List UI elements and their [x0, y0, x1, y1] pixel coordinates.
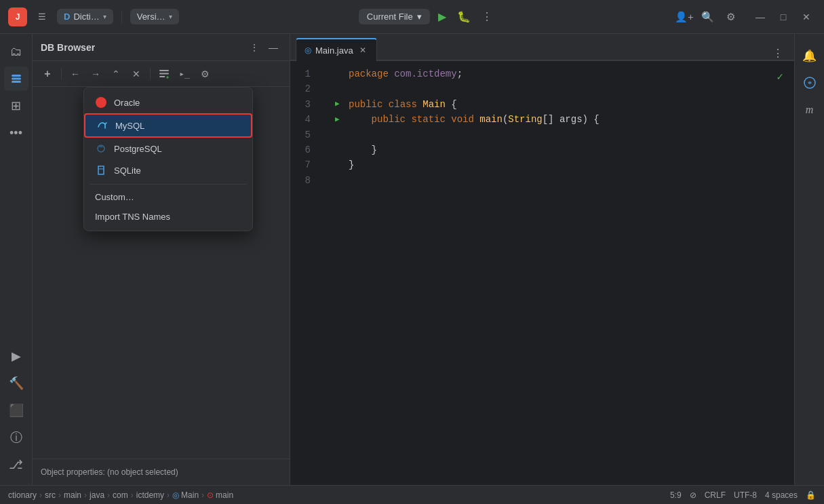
- sidebar-item-problems[interactable]: ⓘ: [4, 425, 28, 450]
- svg-rect-2: [12, 81, 21, 83]
- indent-style[interactable]: 4 spaces: [765, 490, 798, 500]
- breadcrumb-ctionary[interactable]: ctionary: [8, 490, 37, 500]
- breadcrumb-main[interactable]: main: [64, 490, 81, 500]
- titlebar-center: Current File ▾ ▶ 🐛 ⋮: [184, 7, 669, 26]
- svg-rect-8: [168, 76, 168, 79]
- plugin2-dropdown[interactable]: Versi… ▾: [130, 9, 179, 24]
- plugin1-dropdown[interactable]: D Dicti… ▾: [57, 9, 113, 24]
- db-type-dropdown: Oracle MySQL PostgreSQL: [83, 87, 253, 231]
- toolbar-divider2: [150, 68, 151, 80]
- settings-button[interactable]: ⚙: [721, 7, 740, 26]
- run-config-chevron: ▾: [417, 12, 422, 22]
- run-gutter-4[interactable]: ▶: [335, 114, 349, 126]
- sidebar-minimize-button[interactable]: —: [265, 39, 281, 56]
- line-num-2: 2: [290, 81, 316, 96]
- breadcrumb-src[interactable]: src: [45, 490, 56, 500]
- app-logo: J: [8, 7, 27, 26]
- statusbar-right: 5:9 ⊘ CRLF UTF-8 4 spaces 🔒: [670, 490, 816, 500]
- code-line-5: [330, 128, 794, 142]
- left-icon-rail: 🗂 ⊞ ••• ▶ 🔨 ⬛ ⓘ ⎇: [0, 34, 33, 485]
- line-endings[interactable]: CRLF: [705, 490, 726, 500]
- breadcrumb-main-method[interactable]: ⊙ main: [207, 490, 233, 500]
- new-connection-icon-button[interactable]: [155, 64, 174, 83]
- tab-close-button[interactable]: ✕: [357, 45, 368, 56]
- menu-item-import-tns[interactable]: Import TNS Names: [84, 207, 252, 227]
- m-icon[interactable]: m: [799, 99, 821, 121]
- sidebar-item-files[interactable]: 🗂: [4, 39, 28, 64]
- lock-icon[interactable]: 🔒: [806, 490, 816, 500]
- code-line-1: package com.ictdemy; ✓: [330, 66, 794, 81]
- run-config-dropdown[interactable]: Current File ▾: [359, 9, 430, 24]
- encoding[interactable]: UTF-8: [734, 490, 757, 500]
- expand-all-button[interactable]: ✕: [127, 64, 146, 83]
- run-button[interactable]: ▶: [435, 7, 449, 26]
- breadcrumb-main-file[interactable]: ◎ Main: [172, 490, 199, 500]
- notifications-icon[interactable]: 🔔: [799, 45, 821, 66]
- add-user-button[interactable]: 👤+: [675, 7, 694, 26]
- sidebar-item-run[interactable]: ▶: [4, 344, 28, 368]
- vcs-status[interactable]: ⊘: [690, 490, 697, 500]
- plugin1-label: Dicti…: [73, 12, 99, 22]
- sidebar-item-terminal[interactable]: ⬛: [4, 398, 28, 423]
- svg-rect-0: [12, 75, 21, 77]
- sidebar-header: DB Browser ⋮ —: [33, 34, 290, 61]
- menu-divider: [90, 184, 247, 185]
- code-line-3: ▶ public class Main {: [330, 97, 794, 112]
- menu-item-mysql[interactable]: MySQL: [84, 113, 252, 138]
- minimize-button[interactable]: —: [751, 7, 770, 26]
- right-icon-rail: 🔔 m: [794, 34, 824, 485]
- tab-file-icon: ◎: [305, 45, 311, 55]
- sqlite-label: SQLite: [114, 166, 141, 176]
- datasource-properties-button[interactable]: ⚙: [195, 64, 214, 83]
- debug-button[interactable]: 🐛: [454, 7, 473, 26]
- search-button[interactable]: 🔍: [698, 7, 717, 26]
- sqlite-icon: [95, 164, 107, 176]
- run-gutter-3[interactable]: ▶: [335, 98, 349, 111]
- menu-item-custom[interactable]: Custom…: [84, 187, 252, 207]
- code-text-3: public class Main {: [349, 97, 457, 112]
- tabs-more-button[interactable]: ⋮: [767, 47, 789, 60]
- sidebar-item-db[interactable]: [4, 66, 28, 91]
- menu-item-oracle[interactable]: Oracle: [84, 92, 252, 113]
- breadcrumb-com[interactable]: com: [113, 490, 128, 500]
- svg-rect-4: [159, 73, 169, 74]
- sidebar-item-more[interactable]: •••: [4, 121, 28, 145]
- line-num-8: 8: [290, 173, 316, 188]
- sql-console-button[interactable]: ▸_: [175, 64, 194, 83]
- plugin1-chevron: ▾: [103, 13, 106, 20]
- close-button[interactable]: ✕: [797, 7, 816, 26]
- line-num-4: 4: [290, 112, 316, 127]
- code-text-6: }: [349, 142, 377, 157]
- breadcrumb-ictdemy[interactable]: ictdemy: [136, 490, 164, 500]
- sidebar-item-widgets[interactable]: ⊞: [4, 94, 28, 118]
- sidebar-item-build[interactable]: 🔨: [4, 371, 28, 395]
- obj-props-value: (no object selected): [107, 467, 178, 477]
- breadcrumb-java[interactable]: java: [90, 490, 104, 500]
- code-text-8: [349, 173, 354, 188]
- maximize-button[interactable]: □: [774, 7, 793, 26]
- sidebar-item-git[interactable]: ⎇: [4, 452, 28, 477]
- obj-props-label: Object properties:: [41, 467, 105, 477]
- line-num-3: 3: [290, 97, 316, 112]
- hamburger-menu[interactable]: ☰: [33, 7, 52, 26]
- line-num-5: 5: [290, 128, 316, 142]
- sidebar-more-button[interactable]: ⋮: [246, 39, 262, 56]
- tab-main-java[interactable]: ◎ Main.java ✕: [296, 38, 377, 61]
- code-text-7: }: [349, 157, 354, 172]
- more-actions-button[interactable]: ⋮: [479, 7, 495, 26]
- code-editor[interactable]: 1 2 3 4 5 6 7 8 package com.ictdemy; ✓: [290, 61, 794, 485]
- collapse-button[interactable]: ⌃: [106, 64, 125, 83]
- line-num-7: 7: [290, 157, 316, 172]
- object-properties: Object properties: (no object selected): [33, 459, 290, 485]
- forward-button[interactable]: →: [86, 64, 105, 83]
- statusbar: ctionary › src › main › java › com › ict…: [0, 485, 824, 504]
- add-connection-button[interactable]: +: [38, 64, 57, 83]
- editor-tabs: ◎ Main.java ✕ ⋮: [290, 34, 794, 61]
- menu-item-postgresql[interactable]: PostgreSQL: [84, 138, 252, 159]
- ai-assistant-icon[interactable]: [799, 72, 821, 94]
- code-text-2: [349, 81, 354, 96]
- line-num-1: 1: [290, 66, 316, 81]
- menu-item-sqlite[interactable]: SQLite: [84, 159, 252, 181]
- cursor-position[interactable]: 5:9: [670, 490, 682, 500]
- back-button[interactable]: ←: [66, 64, 85, 83]
